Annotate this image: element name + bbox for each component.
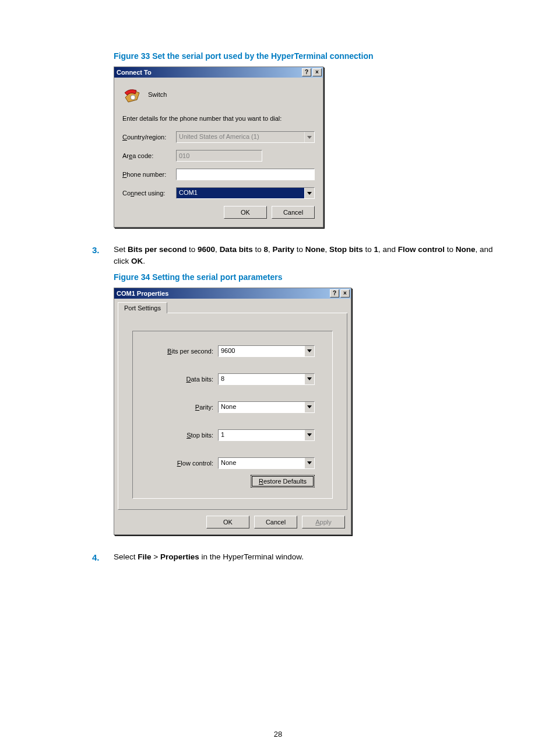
phone-number-label: Phone number: [122,171,176,178]
data-bits-label: Data bits: [150,376,218,383]
help-icon[interactable]: ? [330,289,339,298]
phone-number-input[interactable] [176,169,315,180]
flow-control-select[interactable]: None [218,457,315,469]
area-code-input [176,150,262,162]
country-label: Country/region: [122,134,176,141]
chevron-down-icon[interactable] [304,458,314,468]
page-number: 28 [0,730,556,738]
area-code-label: Area code: [122,152,176,159]
stop-bits-label: Stop bits: [150,432,218,439]
parity-label: Parity: [150,404,218,411]
chevron-down-icon[interactable] [304,374,314,384]
dialog-titlebar: COM1 Properties ? × [114,288,351,299]
dialog-title: Connect To [117,69,152,76]
close-icon[interactable]: × [312,68,322,76]
connect-using-select[interactable]: COM1 [176,187,315,199]
restore-defaults-button[interactable]: Restore Defaults [251,475,315,488]
stop-bits-select[interactable]: 1 [218,429,315,441]
dialog-title: COM1 Properties [117,290,168,297]
country-select: United States of America (1) [176,131,315,143]
apply-button[interactable]: Apply [302,516,345,528]
close-icon[interactable]: × [340,289,350,298]
dialog-titlebar: Connect To ? × [114,67,323,78]
ok-button[interactable]: OK [206,516,249,528]
connect-to-dialog: Connect To ? × Switch Enter details for … [114,66,323,228]
tab-port-settings[interactable]: Port Settings [118,302,167,313]
chevron-down-icon[interactable] [304,430,314,440]
figure-33-caption: Figure 33 Set the serial port used by th… [114,51,498,61]
chevron-down-icon[interactable] [304,346,314,356]
bits-per-second-select[interactable]: 9600 [218,345,315,357]
figure-34-caption: Figure 34 Setting the serial port parame… [114,272,498,282]
svg-point-0 [131,95,135,100]
cancel-button[interactable]: Cancel [254,516,297,528]
help-icon[interactable]: ? [302,68,311,76]
ok-button[interactable]: OK [224,206,267,219]
bits-per-second-label: Bits per second: [150,348,218,355]
instruction-text: Enter details for the phone number that … [122,115,315,122]
cancel-button[interactable]: Cancel [272,206,315,219]
chevron-down-icon[interactable] [304,188,314,198]
connection-name: Switch [148,91,167,98]
com1-properties-dialog: COM1 Properties ? × Port Settings Bits p… [114,288,351,535]
data-bits-select[interactable]: 8 [218,373,315,385]
phone-icon [122,85,142,104]
flow-control-label: Flow control: [150,460,218,467]
chevron-down-icon [304,132,314,142]
chevron-down-icon[interactable] [304,402,314,412]
step-3: 3. Set Bits per second to 9600, Data bit… [92,244,498,268]
parity-select[interactable]: None [218,401,315,413]
step-4: 4. Select File > Properties in the Hyper… [92,551,498,565]
connect-using-label: Connect using: [122,190,176,197]
